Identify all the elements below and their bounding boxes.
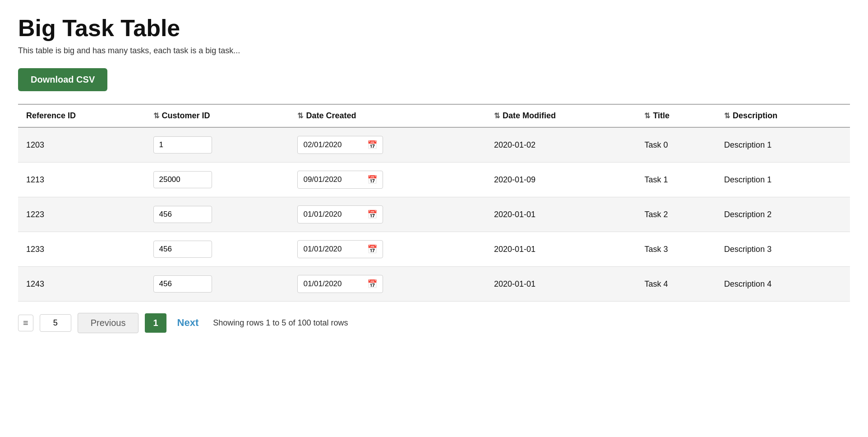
cell-description: Description 4 [716, 267, 850, 302]
cell-description: Description 1 [716, 127, 850, 163]
sort-icon-description: ⇅ [724, 112, 730, 120]
next-button[interactable]: Next [173, 312, 203, 333]
col-header-ref-id: Reference ID [18, 104, 145, 127]
cell-description: Description 2 [716, 197, 850, 232]
sort-icon-date-created: ⇅ [297, 112, 303, 120]
cell-date-modified: 2020-01-01 [486, 197, 636, 232]
table-row: 124301/01/2020📅2020-01-01Task 4Descripti… [18, 267, 850, 302]
cell-ref-id: 1203 [18, 127, 145, 163]
col-header-customer-id[interactable]: ⇅Customer ID [145, 104, 290, 127]
cell-date-modified: 2020-01-09 [486, 163, 636, 197]
cell-title: Task 3 [636, 232, 716, 267]
calendar-icon[interactable]: 📅 [367, 140, 377, 150]
page-subtitle: This table is big and has many tasks, ea… [18, 46, 850, 56]
rows-per-page-input[interactable] [40, 314, 71, 332]
table-row: 122301/01/2020📅2020-01-01Task 2Descripti… [18, 197, 850, 232]
sort-icon-customer-id: ⇅ [153, 112, 159, 120]
date-created-value: 09/01/2020 [303, 175, 363, 184]
table-header-row: Reference ID ⇅Customer ID ⇅Date Created … [18, 104, 850, 127]
cell-title: Task 1 [636, 163, 716, 197]
customer-id-input[interactable] [153, 206, 212, 223]
cell-ref-id: 1223 [18, 197, 145, 232]
cell-title: Task 4 [636, 267, 716, 302]
cell-ref-id: 1233 [18, 232, 145, 267]
cell-date-created[interactable]: 01/01/2020📅 [289, 232, 486, 267]
cell-title: Task 0 [636, 127, 716, 163]
cell-customer-id[interactable] [145, 267, 290, 302]
date-created-value: 01/01/2020 [303, 279, 363, 288]
main-table: Reference ID ⇅Customer ID ⇅Date Created … [18, 104, 850, 302]
cell-date-created[interactable]: 02/01/2020📅 [289, 127, 486, 163]
date-created-value: 02/01/2020 [303, 140, 363, 149]
table-row: 120302/01/2020📅2020-01-02Task 0Descripti… [18, 127, 850, 163]
calendar-icon[interactable]: 📅 [367, 279, 377, 289]
showing-text: Showing rows 1 to 5 of 100 total rows [213, 318, 348, 328]
cell-customer-id[interactable] [145, 232, 290, 267]
pagination-row: ≡ Previous 1 Next Showing rows 1 to 5 of… [18, 312, 850, 333]
download-csv-button[interactable]: Download CSV [18, 68, 107, 91]
customer-id-input[interactable] [153, 171, 212, 188]
customer-id-input[interactable] [153, 275, 212, 293]
cell-customer-id[interactable] [145, 197, 290, 232]
date-created-value: 01/01/2020 [303, 210, 363, 219]
cell-date-modified: 2020-01-01 [486, 267, 636, 302]
cell-description: Description 1 [716, 163, 850, 197]
table-row: 123301/01/2020📅2020-01-01Task 3Descripti… [18, 232, 850, 267]
cell-date-created[interactable]: 01/01/2020📅 [289, 197, 486, 232]
cell-ref-id: 1213 [18, 163, 145, 197]
cell-date-modified: 2020-01-02 [486, 127, 636, 163]
cell-date-created[interactable]: 01/01/2020📅 [289, 267, 486, 302]
customer-id-input[interactable] [153, 136, 212, 153]
rows-per-page-icon: ≡ [18, 315, 33, 331]
sort-icon-date-modified: ⇅ [494, 112, 500, 120]
calendar-icon[interactable]: 📅 [367, 209, 377, 219]
cell-ref-id: 1243 [18, 267, 145, 302]
cell-title: Task 2 [636, 197, 716, 232]
cell-customer-id[interactable] [145, 127, 290, 163]
calendar-icon[interactable]: 📅 [367, 244, 377, 254]
cell-date-modified: 2020-01-01 [486, 232, 636, 267]
col-header-date-modified[interactable]: ⇅Date Modified [486, 104, 636, 127]
cell-customer-id[interactable] [145, 163, 290, 197]
col-header-date-created[interactable]: ⇅Date Created [289, 104, 486, 127]
previous-button[interactable]: Previous [78, 313, 139, 333]
sort-icon-title: ⇅ [644, 112, 650, 120]
cell-date-created[interactable]: 09/01/2020📅 [289, 163, 486, 197]
customer-id-input[interactable] [153, 241, 212, 258]
page-title: Big Task Table [18, 14, 850, 42]
col-header-title[interactable]: ⇅Title [636, 104, 716, 127]
calendar-icon[interactable]: 📅 [367, 175, 377, 185]
table-row: 121309/01/2020📅2020-01-09Task 1Descripti… [18, 163, 850, 197]
page-number-button[interactable]: 1 [145, 313, 166, 333]
cell-description: Description 3 [716, 232, 850, 267]
col-header-description[interactable]: ⇅Description [716, 104, 850, 127]
date-created-value: 01/01/2020 [303, 245, 363, 254]
